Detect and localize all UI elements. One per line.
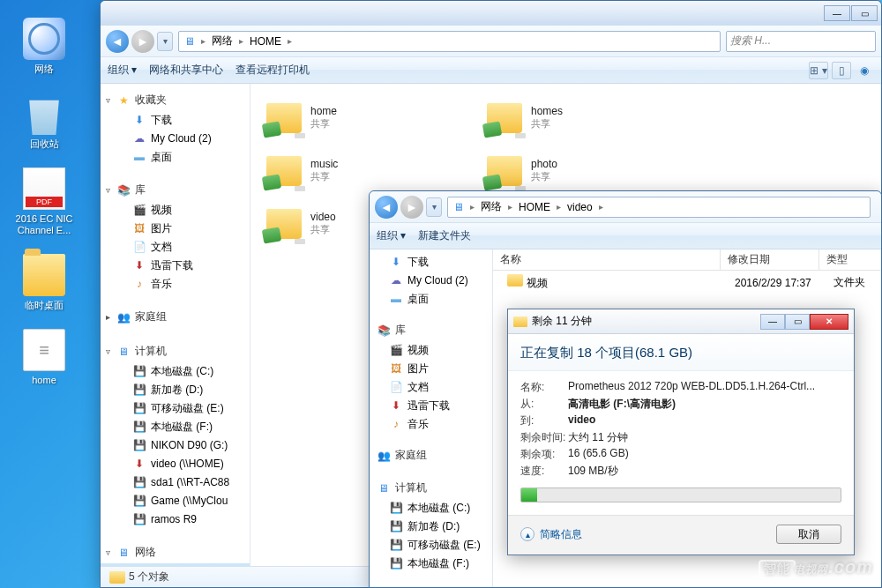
new-folder-button[interactable]: 新建文件夹 — [418, 228, 471, 243]
search-input[interactable]: 搜索 H... — [726, 31, 876, 52]
sidebar-item[interactable]: 💾可移动磁盘 (E:) — [370, 536, 492, 555]
minimize-button[interactable]: — — [760, 314, 785, 330]
sidebar-item[interactable]: ♪音乐 — [370, 415, 492, 434]
music-icon: ♪ — [389, 418, 403, 432]
folder-home[interactable]: home共享 — [261, 91, 482, 144]
computer-header[interactable]: 🖥计算机 — [370, 475, 492, 499]
folder-homes[interactable]: homes共享 — [482, 91, 702, 144]
crumb-network[interactable]: 网络 — [210, 33, 235, 48]
sidebar-item[interactable]: ☁My Cloud (2) — [370, 272, 492, 290]
sidebar-item-disk-f[interactable]: 💾本地磁盘 (F:) — [101, 418, 250, 436]
crumb-home[interactable]: HOME — [517, 201, 552, 213]
maximize-button[interactable]: ▭ — [785, 314, 810, 330]
sidebar-item-music[interactable]: ♪音乐 — [101, 275, 250, 294]
homegroup-header[interactable]: 👥家庭组 — [370, 443, 492, 466]
net-drive-icon: 💾 — [132, 495, 146, 509]
folder-photo[interactable]: photo共享 — [482, 144, 702, 197]
sidebar-item-sda1[interactable]: 💾sda1 (\\RT-AC88 — [101, 473, 250, 492]
organize-menu[interactable]: 组织 ▾ — [377, 228, 406, 243]
homegroup-header[interactable]: ▸👥家庭组 — [101, 304, 250, 328]
sidebar-item-video-net[interactable]: ⬇video (\\HOME) — [101, 455, 250, 473]
desktop-hometxt[interactable]: home — [4, 329, 84, 386]
list-item[interactable]: 视频 2016/2/29 17:37 文件夹 — [493, 271, 881, 294]
computer-header[interactable]: ▿🖥计算机 — [101, 339, 250, 362]
watermark: 智能电视网.com — [759, 557, 873, 579]
computer-icon: 🖥 — [377, 481, 391, 495]
close-button[interactable]: ✕ — [810, 314, 848, 330]
desktop-recycle[interactable]: 回收站 — [4, 93, 84, 150]
crumb-network[interactable]: 网络 — [479, 199, 504, 214]
sidebar-item[interactable]: ⬇下载 — [370, 253, 492, 272]
network-icon: 🖥 — [116, 546, 131, 560]
back-button[interactable]: ◄ — [375, 196, 398, 219]
crumb-video[interactable]: video — [565, 201, 594, 213]
sidebar-item-downloads[interactable]: ⬇下载 — [101, 111, 250, 130]
document-icon: 📄 — [132, 241, 146, 255]
sidebar-item-pictures[interactable]: 🖼图片 — [101, 220, 250, 238]
sidebar-item[interactable]: ⬇迅雷下载 — [370, 397, 492, 415]
cancel-button[interactable]: 取消 — [776, 525, 841, 544]
download-icon: ⬇ — [389, 256, 403, 270]
folder-music[interactable]: music共享 — [261, 144, 482, 197]
desktop-pdf[interactable]: 2016 EC NIC Channel E... — [4, 167, 84, 236]
network-header[interactable]: ▿🖥网络 — [101, 540, 250, 563]
help-button[interactable]: ◉ — [855, 62, 874, 79]
minimize-button[interactable]: — — [824, 5, 850, 21]
back-button[interactable]: ◄ — [106, 30, 129, 53]
label: 2016 EC NIC Channel E... — [4, 213, 84, 236]
history-dropdown[interactable]: ▾ — [157, 32, 173, 51]
sidebar-item[interactable]: ▬桌面 — [370, 290, 492, 309]
desktop-tmpfolder[interactable]: 临时桌面 — [4, 254, 84, 311]
history-dropdown[interactable]: ▾ — [426, 197, 442, 217]
sidebar-item[interactable]: 🎬视频 — [370, 341, 492, 360]
network-share-center[interactable]: 网络和共享中心 — [149, 63, 223, 78]
details-toggle[interactable]: ▴简略信息 — [520, 527, 582, 542]
net-drive-icon: ⬇ — [132, 458, 146, 472]
view-remote-printer[interactable]: 查看远程打印机 — [235, 63, 310, 78]
col-name[interactable]: 名称 — [493, 249, 721, 270]
sidebar-item[interactable]: 🖼图片 — [370, 360, 492, 378]
sidebar-item[interactable]: 💾新加卷 (D:) — [370, 517, 492, 536]
favorites-header[interactable]: ▿★收藏夹 — [101, 87, 250, 111]
column-headers: 名称 修改日期 类型 — [493, 249, 881, 271]
dialog-titlebar[interactable]: 剩余 11 分钟 — ▭ ✕ — [508, 309, 854, 334]
sidebar-item-desktop[interactable]: ▬桌面 — [101, 148, 250, 167]
sidebar-item-disk-d[interactable]: 💾新加卷 (D:) — [101, 381, 250, 399]
sidebar-item-ramos[interactable]: 💾ramos R9 — [101, 510, 250, 529]
maximize-button[interactable]: ▭ — [851, 5, 878, 21]
col-type[interactable]: 类型 — [819, 249, 881, 270]
net-drive-icon: 💾 — [132, 476, 146, 490]
titlebar[interactable]: — ▭ ✕ — [101, 1, 881, 26]
address-bar[interactable]: 🖥 ▸ 网络 ▸ HOME ▸ video ▸ — [447, 197, 871, 218]
dialog-heading: 正在复制 18 个项目(68.1 GB) — [508, 334, 854, 371]
sidebar-item-xunlei[interactable]: ⬇迅雷下载 — [101, 257, 250, 275]
col-date[interactable]: 修改日期 — [721, 249, 819, 270]
crumb-home[interactable]: HOME — [248, 35, 283, 48]
address-bar[interactable]: 🖥 ▸ 网络 ▸ HOME ▸ — [178, 31, 721, 52]
progress-fill — [521, 488, 537, 502]
sidebar-item-nikon[interactable]: 💾NIKON D90 (G:) — [101, 436, 250, 455]
sidebar-item[interactable]: 💾本地磁盘 (C:) — [370, 499, 492, 517]
sidebar-item-disk-c[interactable]: 💾本地磁盘 (C:) — [101, 362, 250, 381]
remaining-time-label: 剩余时间: — [520, 430, 568, 445]
view-mode-button[interactable]: ⊞ ▾ — [809, 62, 828, 79]
libraries-header[interactable]: 📚库 — [370, 317, 492, 341]
sidebar-item[interactable]: 📄文档 — [370, 378, 492, 397]
sidebar-item-disk-e[interactable]: 💾可移动磁盘 (E:) — [101, 399, 250, 418]
forward-button[interactable]: ► — [131, 30, 154, 53]
sidebar-item-videos[interactable]: 🎬视频 — [101, 201, 250, 220]
forward-button[interactable]: ► — [400, 196, 423, 219]
video-icon: 🎬 — [132, 204, 146, 218]
remaining-time-value: 大约 11 分钟 — [568, 430, 628, 445]
organize-menu[interactable]: 组织 ▾ — [108, 63, 137, 78]
label: 网络 — [34, 63, 54, 75]
sidebar-item-game[interactable]: 💾Game (\\MyClou — [101, 492, 250, 510]
sidebar-item[interactable]: 💾本地磁盘 (F:) — [370, 555, 492, 573]
dialog-title: 剩余 11 分钟 — [532, 314, 592, 329]
desktop-network[interactable]: 网络 — [4, 18, 84, 75]
sidebar-item-mycloud[interactable]: ☁My Cloud (2) — [101, 130, 250, 148]
libraries-header[interactable]: ▿📚库 — [101, 177, 250, 201]
chevron-right-icon: ▸ — [504, 202, 517, 212]
preview-pane-button[interactable]: ▯ — [832, 62, 851, 79]
sidebar-item-documents[interactable]: 📄文档 — [101, 238, 250, 257]
